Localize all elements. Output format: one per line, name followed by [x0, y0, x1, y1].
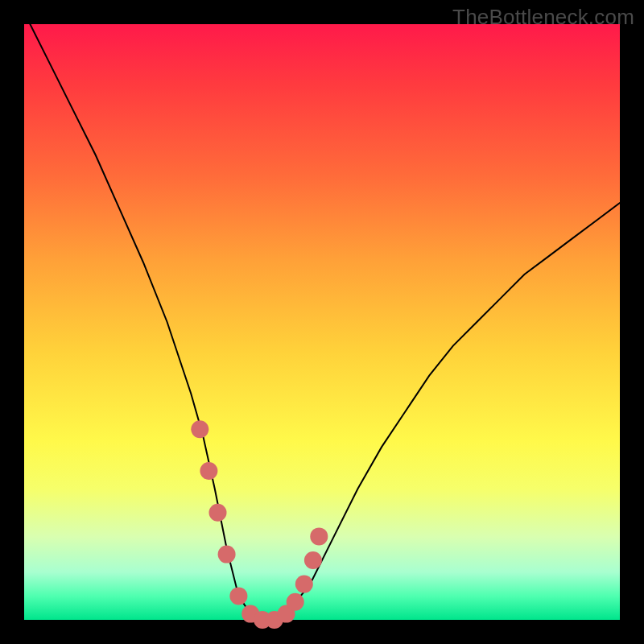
- chart-svg: [24, 24, 620, 620]
- curve-marker: [229, 587, 247, 605]
- curve-marker: [218, 546, 236, 564]
- curve-marker: [287, 593, 304, 611]
- curve-marker: [304, 551, 322, 569]
- chart-gradient-area: [24, 24, 620, 620]
- curve-marker: [191, 420, 208, 438]
- curve-marker: [295, 576, 313, 593]
- curve-marker: [209, 504, 227, 522]
- curve-marker: [310, 527, 328, 545]
- curve-markers: [191, 420, 328, 629]
- curve-marker: [200, 462, 217, 480]
